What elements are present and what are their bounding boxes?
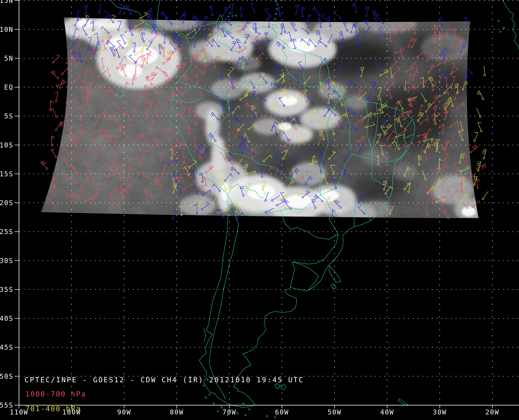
wind-barb	[241, 7, 244, 17]
wind-barb	[476, 164, 486, 169]
lon-label: 60W	[275, 408, 289, 416]
satellite-map: 15N10N5NEQ5S10S15S20S25S30S35S40S45S50S5…	[0, 0, 519, 420]
wind-barb	[50, 108, 57, 117]
wind-barb	[295, 5, 299, 15]
wind-barb	[51, 136, 55, 146]
south-georgia-island	[398, 399, 408, 405]
lon-label: 90W	[117, 408, 131, 416]
wind-barb	[56, 80, 65, 87]
lat-label: 50S	[0, 372, 14, 380]
pressure-level-legend: 1000-700 hPa 701-400 hPa 401-100 hPa	[25, 383, 86, 420]
lagoa-mirim	[331, 284, 336, 289]
lat-label: 5S	[4, 112, 14, 120]
wind-barb	[276, 7, 281, 16]
legend-item-mid-level: 701-400 hPa	[25, 405, 86, 412]
andes-border	[209, 195, 238, 399]
wind-barb	[251, 3, 255, 13]
wind-barb	[476, 179, 480, 189]
wind-barb	[105, 10, 112, 17]
wind-barb	[84, 5, 87, 15]
wind-barb	[334, 10, 341, 19]
lat-label: 15S	[0, 170, 14, 178]
wind-barb	[161, 12, 168, 20]
wind-barb	[302, 7, 305, 17]
wind-barb	[476, 108, 481, 117]
satellite-map-stage: 15N10N5NEQ5S10S15S20S25S30S35S40S45S50S5…	[0, 0, 519, 420]
chiloe-island	[204, 328, 206, 342]
wind-barb	[98, 4, 101, 14]
lat-label: 10N	[0, 25, 14, 33]
uruguay-borders	[290, 262, 318, 290]
wind-barb	[474, 132, 478, 142]
wind-barb	[352, 3, 357, 13]
lat-label: 20S	[0, 199, 14, 207]
wind-barb	[51, 71, 59, 79]
argentina-brazil-border	[292, 234, 338, 264]
wind-barb	[470, 145, 478, 153]
lon-label: 70W	[222, 408, 236, 416]
africa-coast	[503, 0, 519, 50]
falkland-east-island	[281, 385, 286, 390]
lat-label: 10S	[0, 141, 14, 149]
lat-label: 25S	[0, 228, 14, 236]
wind-barb	[222, 8, 228, 17]
wind-barb	[265, 8, 271, 17]
wind-barb	[119, 4, 122, 14]
wind-barb	[208, 6, 213, 16]
lon-label: 30W	[433, 408, 447, 416]
lon-label: 80W	[170, 408, 184, 416]
legend-item-low-level: 1000-700 hPa	[25, 390, 86, 398]
falkland-west-island	[275, 384, 280, 389]
wind-barb	[51, 149, 57, 158]
lat-label: 55S	[0, 401, 14, 409]
wind-barb	[482, 191, 488, 200]
wind-barb	[312, 7, 320, 16]
lon-label: 20W	[485, 408, 499, 416]
wind-barb	[478, 123, 482, 132]
wind-barb	[125, 5, 132, 14]
wind-barb	[482, 150, 486, 159]
lat-label: 5N	[4, 54, 14, 62]
map-title: CPTEC/INPE - GOES12 - CDW CH4 (IR) 20121…	[24, 376, 304, 384]
wind-barb	[41, 161, 48, 169]
wind-barb	[52, 55, 60, 63]
satellite-ir-swath	[24, 12, 486, 225]
wind-barb	[55, 122, 63, 131]
wind-barb	[55, 92, 58, 102]
lat-label: EQ	[4, 83, 14, 91]
wind-barb	[230, 4, 233, 14]
lat-label: 15N	[0, 0, 14, 4]
lat-label: 45S	[0, 343, 14, 351]
wind-barb	[322, 14, 330, 22]
wind-barb	[477, 90, 484, 100]
lat-label: 35S	[0, 285, 14, 293]
lon-label: 40W	[380, 408, 394, 416]
wind-barb	[484, 66, 486, 76]
wind-barb	[365, 7, 369, 17]
lagoa-dos-patos	[329, 266, 341, 282]
lat-label: 30S	[0, 257, 14, 265]
lon-label: 50W	[328, 408, 341, 416]
lat-label: 40S	[0, 315, 14, 322]
